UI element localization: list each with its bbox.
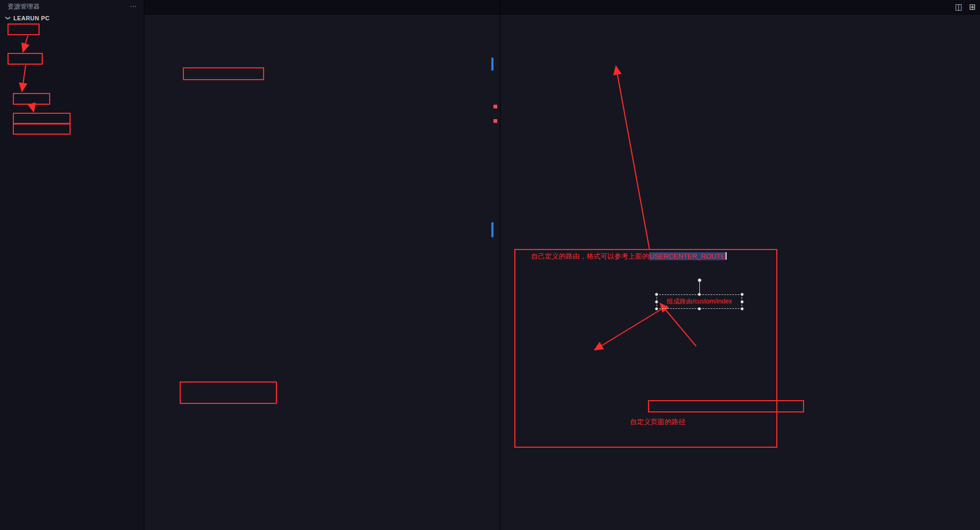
window-actions: ◫ ⊞ <box>955 2 976 12</box>
explorer-title: 资源管理器 <box>7 2 40 11</box>
breadcrumb[interactable] <box>144 15 500 26</box>
overview-mark-modified <box>491 58 493 71</box>
breadcrumb[interactable] <box>500 15 980 26</box>
chevron-down-icon: ❯ <box>5 15 11 22</box>
overview-mark-error <box>493 119 497 123</box>
editor-layout-icon[interactable]: ⊞ <box>969 2 976 12</box>
overview-mark-modified <box>491 222 493 237</box>
tab-bar <box>500 0 980 15</box>
project-name: LEARUN PC <box>13 15 50 21</box>
split-editor-icon[interactable]: ◫ <box>955 2 962 12</box>
vscode-window: 资源管理器 ⋯ ❯ LEARUN PC ◫ ⊞ <box>0 0 980 530</box>
editor-group-middle <box>144 0 500 530</box>
more-actions-icon[interactable]: ⋯ <box>130 3 136 10</box>
project-section-header[interactable]: ❯ LEARUN PC <box>0 13 144 24</box>
code-editor[interactable] <box>500 26 980 530</box>
explorer-header: 资源管理器 ⋯ <box>0 0 144 13</box>
code-editor[interactable] <box>144 26 500 530</box>
explorer-sidebar: 资源管理器 ⋯ ❯ LEARUN PC <box>0 0 144 530</box>
tab-bar <box>144 0 500 15</box>
overview-mark-error <box>493 105 497 108</box>
editor-group-right <box>500 0 980 530</box>
